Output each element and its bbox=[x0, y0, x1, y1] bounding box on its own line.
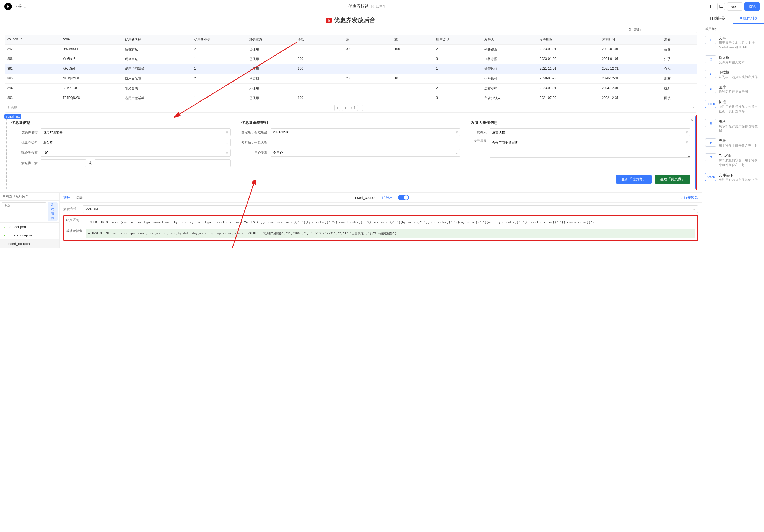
component-item[interactable]: ▦表格展示和允许用户操作表格数据 bbox=[702, 116, 764, 136]
fixed-date-input[interactable] bbox=[271, 128, 461, 136]
table-header-cell[interactable]: 优惠券名称 bbox=[123, 35, 192, 45]
table-row[interactable]: 8943AMz7Doi阳光普照1未使用2运营小棒2023-01-012024-1… bbox=[5, 84, 696, 93]
table-cell bbox=[295, 84, 344, 93]
table-row[interactable]: 896Yxt6fso6现金直减1已使用2003销售小黑2023-01-02202… bbox=[5, 55, 696, 64]
component-name: Tab容器 bbox=[719, 153, 761, 158]
query-item[interactable]: ✓get_coupon bbox=[0, 223, 59, 231]
tab-advanced[interactable]: 高级 bbox=[76, 195, 83, 200]
table-cell: 3AMz7Doi bbox=[61, 84, 123, 93]
chevron-down-icon[interactable]: ⌄ bbox=[226, 141, 228, 144]
side-section-title: 常用组件 bbox=[702, 24, 764, 33]
label-reason: 发券原因: bbox=[471, 139, 487, 143]
svg-point-5 bbox=[629, 28, 631, 30]
clear-icon[interactable]: ⊗ bbox=[685, 140, 688, 144]
pager: ‹ / 1 › bbox=[334, 105, 363, 111]
table-cell: 2021-11-01 bbox=[537, 64, 600, 74]
component-icon: Action bbox=[705, 100, 716, 108]
label-trigger: 触发方式 bbox=[64, 207, 80, 212]
canvas: 营 优惠券发放后台 查询: coupon_idcode优惠券名称优惠券类型核销状… bbox=[0, 13, 702, 532]
page-input[interactable] bbox=[342, 105, 349, 111]
table-header-cell[interactable]: 发券 bbox=[662, 35, 696, 45]
trigger-select[interactable]: MANUAL ⌄ bbox=[83, 205, 698, 213]
preview-button[interactable]: 预览 bbox=[744, 2, 760, 11]
table-header-cell[interactable]: 用户类型 bbox=[434, 35, 482, 45]
component-desc: 允许用户选择文件以便上传 bbox=[719, 178, 761, 182]
container1[interactable]: ✕ 优惠券信息 优惠券名称: ⊗ 优惠券类型: ⌄ 现金券金额: bbox=[6, 116, 695, 189]
table-row[interactable]: 893T24EQ6WU老用户激活券1已使用1003主管张铁人2021-07-09… bbox=[5, 93, 696, 103]
run-preview-button[interactable]: 运行并预览 bbox=[680, 195, 698, 200]
layout-bottom-icon[interactable] bbox=[717, 3, 725, 10]
table-cell bbox=[392, 64, 434, 74]
component-icon: ⬚ bbox=[705, 55, 716, 64]
operator-input[interactable] bbox=[489, 128, 690, 136]
tab-components[interactable]: ⠿ 组件列表 bbox=[733, 13, 764, 24]
prev-page-icon[interactable]: ‹ bbox=[334, 105, 340, 111]
table-cell: 2 bbox=[192, 74, 247, 84]
sql-input[interactable]: INSERT INTO users (coupon_name,type,amou… bbox=[86, 218, 695, 227]
table-row[interactable]: 895nKUq8mLK快乐父亲节2已过期200101运营铁柱2020-01-23… bbox=[5, 74, 696, 84]
component-name: 输入框 bbox=[719, 55, 761, 60]
component-item[interactable]: ⊟Tab容器带导航栏的容器，用于将多个组件组合在一起 bbox=[702, 151, 764, 170]
chevron-down-icon[interactable]: ⌄ bbox=[456, 151, 458, 155]
table-header-cell[interactable]: 减 bbox=[392, 35, 434, 45]
table-header-cell[interactable]: 发券时间 bbox=[537, 35, 600, 45]
svg-rect-4 bbox=[719, 7, 723, 8]
update-coupon-button[interactable]: 更新「优惠券」 bbox=[616, 175, 652, 184]
table-header-cell[interactable]: 过期时间 bbox=[600, 35, 662, 45]
query-item[interactable]: ✓insert_coupon bbox=[0, 240, 59, 248]
coupon-table: coupon_idcode优惠券名称优惠券类型核销状态金额满减用户类型发券人 ↓… bbox=[5, 35, 697, 113]
new-query-button[interactable]: 新建查询 bbox=[48, 202, 58, 221]
table-header-cell[interactable]: code bbox=[61, 35, 123, 45]
clear-icon[interactable]: ⊗ bbox=[685, 130, 688, 134]
next-page-icon[interactable]: › bbox=[357, 105, 363, 111]
table-header-cell[interactable]: 发券人 ↓ bbox=[482, 35, 537, 45]
table-cell bbox=[392, 55, 434, 64]
table-header-cell[interactable]: 满 bbox=[344, 35, 392, 45]
table-header-cell[interactable]: 金额 bbox=[295, 35, 344, 45]
component-item[interactable]: ▣图片通过图片链接展示图片 bbox=[702, 82, 764, 97]
query-item[interactable]: ✓update_coupon bbox=[0, 231, 59, 240]
table-cell: 1 bbox=[192, 55, 247, 64]
component-item[interactable]: ⬚输入框允许用户输入文本 bbox=[702, 53, 764, 68]
component-name: 表格 bbox=[719, 119, 761, 124]
clear-icon[interactable]: ⊗ bbox=[226, 130, 228, 134]
filter-icon[interactable]: ▽ bbox=[680, 106, 694, 110]
table-header-cell[interactable]: 核销状态 bbox=[247, 35, 295, 45]
component-item[interactable]: ⊕容器用于将多个组件集合在一起 bbox=[702, 136, 764, 151]
table-header-cell[interactable]: 优惠券类型 bbox=[192, 35, 247, 45]
tab-editor[interactable]: ◨ 编辑器 bbox=[702, 13, 733, 24]
close-icon[interactable]: ✕ bbox=[690, 117, 693, 122]
save-button[interactable]: 保存 bbox=[727, 2, 742, 11]
enabled-toggle[interactable] bbox=[398, 195, 409, 200]
after-days-input[interactable] bbox=[271, 139, 461, 146]
component-item[interactable]: T文本用于显示文本内容，支持 Markdown 和 HTML bbox=[702, 33, 764, 53]
table-row[interactable]: 892U9xJ8B3H新春满减2已使用3001002销售铁蛋2023-01-01… bbox=[5, 45, 696, 55]
full-input[interactable] bbox=[41, 159, 86, 167]
table-header-cell[interactable]: coupon_id bbox=[5, 35, 61, 45]
table-cell: 893 bbox=[5, 93, 61, 103]
layout-left-icon[interactable] bbox=[708, 3, 715, 10]
clear-icon[interactable]: ⊗ bbox=[226, 151, 228, 155]
query-search-input[interactable] bbox=[2, 202, 46, 209]
user-type-select[interactable] bbox=[271, 149, 461, 157]
table-cell: 销售铁蛋 bbox=[482, 45, 537, 54]
table-row[interactable]: 891XFcu8pfn老用户回馈券1未使用1001运营铁柱2021-11-012… bbox=[5, 64, 696, 74]
check-icon: ✓ bbox=[3, 234, 6, 237]
reason-textarea[interactable] bbox=[489, 139, 690, 158]
create-coupon-button[interactable]: 生成「优惠券」 bbox=[655, 175, 690, 184]
cash-amount-input[interactable] bbox=[41, 149, 231, 157]
coupon-type-select[interactable] bbox=[41, 139, 231, 146]
table-cell: 现金直减 bbox=[123, 55, 192, 64]
coupon-name-input[interactable] bbox=[41, 128, 231, 136]
tab-general[interactable]: 通用 bbox=[64, 195, 71, 202]
search-input[interactable] bbox=[643, 27, 697, 33]
table-cell bbox=[344, 84, 392, 93]
query-left: 所有查询运行完毕 新建查询 ✓get_coupon✓update_coupon✓… bbox=[0, 193, 60, 248]
component-item[interactable]: Action按钮允许用户执行操作，如导出数据、执行查询等 bbox=[702, 97, 764, 116]
header-left: R 卡拉云 bbox=[4, 3, 26, 10]
clear-icon[interactable]: ⊗ bbox=[456, 130, 458, 134]
component-item[interactable]: Action文件选择允许用户选择文件以便上传 bbox=[702, 170, 764, 185]
component-item[interactable]: ▾下拉框从列表中选择值或触发操作 bbox=[702, 67, 764, 82]
minus-input[interactable] bbox=[95, 159, 230, 167]
component-desc: 用于显示文本内容，支持 Markdown 和 HTML bbox=[719, 41, 761, 50]
